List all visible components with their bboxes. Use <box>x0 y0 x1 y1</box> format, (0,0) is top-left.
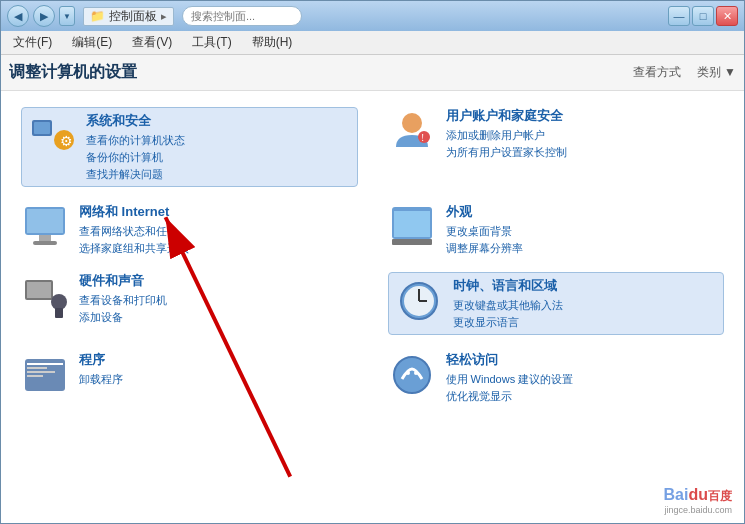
toolbar-left: 调整计算机的设置 <box>9 62 137 83</box>
appearance-link-1[interactable]: 调整屏幕分辨率 <box>446 241 725 256</box>
back-button[interactable]: ◀ <box>7 5 29 27</box>
page-title: 调整计算机的设置 <box>9 62 137 83</box>
network-link-0[interactable]: 查看网络状态和任务 <box>79 224 358 239</box>
watermark-url: jingce.baidu.com <box>664 505 732 515</box>
ease-icon <box>388 351 436 399</box>
programs-title[interactable]: 程序 <box>79 351 358 369</box>
hardware-title[interactable]: 硬件和声音 <box>79 272 358 290</box>
menu-view[interactable]: 查看(V) <box>128 32 176 53</box>
ease-link-1[interactable]: 优化视觉显示 <box>446 389 725 404</box>
category-network[interactable]: 网络和 Internet 查看网络状态和任务 选择家庭组和共享选项 <box>21 203 358 256</box>
security-link-0[interactable]: 查看你的计算机状态 <box>86 133 351 148</box>
clock-title[interactable]: 时钟、语言和区域 <box>453 277 718 295</box>
menu-edit[interactable]: 编辑(E) <box>68 32 116 53</box>
clock-link-1[interactable]: 更改显示语言 <box>453 315 718 330</box>
user-icon <box>388 107 436 155</box>
search-input[interactable] <box>182 6 302 26</box>
clock-icon <box>395 277 443 325</box>
main-window: ◀ ▶ ▼ 📁 控制面板 ▸ — □ ✕ 文件(F) 编辑(E) 查看(V) 工… <box>0 0 745 524</box>
search-area <box>182 6 302 26</box>
category-dropdown[interactable]: 类别 ▼ <box>697 64 736 81</box>
hardware-links: 查看设备和打印机 添加设备 <box>79 293 358 325</box>
user-title[interactable]: 用户账户和家庭安全 <box>446 107 725 125</box>
categories-grid: 系统和安全 查看你的计算机状态 备份你的计算机 查找并解决问题 用户账户和家庭安… <box>21 107 724 404</box>
forward-button[interactable]: ▶ <box>33 5 55 27</box>
appearance-title[interactable]: 外观 <box>446 203 725 221</box>
security-links: 查看你的计算机状态 备份你的计算机 查找并解决问题 <box>86 133 351 182</box>
category-security[interactable]: 系统和安全 查看你的计算机状态 备份你的计算机 查找并解决问题 <box>21 107 358 187</box>
minimize-button[interactable]: — <box>668 6 690 26</box>
user-links: 添加或删除用户帐户 为所有用户设置家长控制 <box>446 128 725 160</box>
hardware-link-0[interactable]: 查看设备和打印机 <box>79 293 358 308</box>
programs-icon <box>21 351 69 399</box>
appearance-icon <box>388 203 436 251</box>
hardware-icon <box>21 272 69 320</box>
programs-links: 卸载程序 <box>79 372 358 387</box>
watermark-logo: Baidu百度 <box>664 486 732 505</box>
user-text: 用户账户和家庭安全 添加或删除用户帐户 为所有用户设置家长控制 <box>446 107 725 160</box>
network-links: 查看网络状态和任务 选择家庭组和共享选项 <box>79 224 358 256</box>
category-hardware[interactable]: 硬件和声音 查看设备和打印机 添加设备 <box>21 272 358 335</box>
appearance-links: 更改桌面背景 调整屏幕分辨率 <box>446 224 725 256</box>
title-bar: ◀ ▶ ▼ 📁 控制面板 ▸ — □ ✕ <box>1 1 744 31</box>
ease-title[interactable]: 轻松访问 <box>446 351 725 369</box>
hardware-text: 硬件和声音 查看设备和打印机 添加设备 <box>79 272 358 325</box>
ease-text: 轻松访问 使用 Windows 建议的设置 优化视觉显示 <box>446 351 725 404</box>
toolbar: 调整计算机的设置 查看方式 类别 ▼ <box>1 55 744 91</box>
clock-text: 时钟、语言和区域 更改键盘或其他输入法 更改显示语言 <box>453 277 718 330</box>
appearance-link-0[interactable]: 更改桌面背景 <box>446 224 725 239</box>
security-text: 系统和安全 查看你的计算机状态 备份你的计算机 查找并解决问题 <box>86 112 351 182</box>
window-controls: — □ ✕ <box>668 6 738 26</box>
network-link-1[interactable]: 选择家庭组和共享选项 <box>79 241 358 256</box>
security-link-1[interactable]: 备份你的计算机 <box>86 150 351 165</box>
toolbar-right: 查看方式 类别 ▼ <box>633 64 736 81</box>
network-text: 网络和 Internet 查看网络状态和任务 选择家庭组和共享选项 <box>79 203 358 256</box>
close-button[interactable]: ✕ <box>716 6 738 26</box>
category-user[interactable]: 用户账户和家庭安全 添加或删除用户帐户 为所有用户设置家长控制 <box>388 107 725 187</box>
menu-help[interactable]: 帮助(H) <box>248 32 297 53</box>
maximize-button[interactable]: □ <box>692 6 714 26</box>
network-icon <box>21 203 69 251</box>
ease-link-0[interactable]: 使用 Windows 建议的设置 <box>446 372 725 387</box>
security-link-2[interactable]: 查找并解决问题 <box>86 167 351 182</box>
user-link-1[interactable]: 为所有用户设置家长控制 <box>446 145 725 160</box>
clock-links: 更改键盘或其他输入法 更改显示语言 <box>453 298 718 330</box>
breadcrumb: 📁 控制面板 ▸ <box>83 7 174 26</box>
security-icon <box>28 112 76 160</box>
menu-bar: 文件(F) 编辑(E) 查看(V) 工具(T) 帮助(H) <box>1 31 744 55</box>
category-appearance[interactable]: 外观 更改桌面背景 调整屏幕分辨率 <box>388 203 725 256</box>
category-programs[interactable]: 程序 卸载程序 <box>21 351 358 404</box>
ease-links: 使用 Windows 建议的设置 优化视觉显示 <box>446 372 725 404</box>
programs-text: 程序 卸载程序 <box>79 351 358 387</box>
clock-link-0[interactable]: 更改键盘或其他输入法 <box>453 298 718 313</box>
menu-tools[interactable]: 工具(T) <box>188 32 235 53</box>
main-content: 系统和安全 查看你的计算机状态 备份你的计算机 查找并解决问题 用户账户和家庭安… <box>1 91 744 523</box>
security-title[interactable]: 系统和安全 <box>86 112 351 130</box>
category-ease[interactable]: 轻松访问 使用 Windows 建议的设置 优化视觉显示 <box>388 351 725 404</box>
programs-link-0[interactable]: 卸载程序 <box>79 372 358 387</box>
view-mode-label: 查看方式 <box>633 64 681 81</box>
network-title[interactable]: 网络和 Internet <box>79 203 358 221</box>
breadcrumb-text: 控制面板 <box>109 8 157 25</box>
appearance-text: 外观 更改桌面背景 调整屏幕分辨率 <box>446 203 725 256</box>
hardware-link-1[interactable]: 添加设备 <box>79 310 358 325</box>
user-link-0[interactable]: 添加或删除用户帐户 <box>446 128 725 143</box>
folder-icon: 📁 <box>90 9 105 23</box>
menu-file[interactable]: 文件(F) <box>9 32 56 53</box>
watermark: Baidu百度 jingce.baidu.com <box>664 486 732 515</box>
title-bar-left: ◀ ▶ ▼ 📁 控制面板 ▸ <box>7 5 302 27</box>
history-dropdown-button[interactable]: ▼ <box>59 6 75 26</box>
category-clock[interactable]: 时钟、语言和区域 更改键盘或其他输入法 更改显示语言 <box>388 272 725 335</box>
breadcrumb-separator: ▸ <box>161 10 167 23</box>
